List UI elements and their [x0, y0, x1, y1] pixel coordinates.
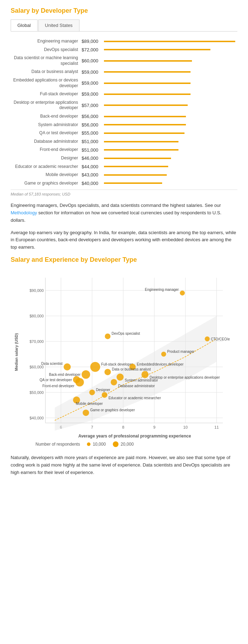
legend-label-20000: 20,000 — [121, 442, 134, 447]
legend-item-20000: 20,000 — [113, 441, 134, 447]
tab-united-states[interactable]: United States — [38, 19, 79, 31]
legend-item-10000: 10,000 — [87, 442, 106, 447]
section-title-1: Salary by Developer Type — [11, 7, 237, 15]
bar-value: $56,000 — [82, 114, 101, 119]
svg-text:$80,000: $80,000 — [29, 314, 44, 318]
bar-row: Desktop or enterprise applications devel… — [11, 100, 237, 111]
bar-value: $56,000 — [82, 122, 101, 128]
x-axis-label: Average years of professional programmin… — [32, 434, 237, 439]
bar-row: Educator or academic researcher$44,000 — [11, 164, 237, 170]
section-title-2: Salary and Experience by Developer Type — [11, 256, 237, 264]
description-3: Naturally, developers with more years of… — [11, 454, 237, 476]
svg-point-55 — [102, 392, 108, 398]
description-2: Average top earners vary by geography. I… — [11, 229, 237, 251]
bar-area: $55,000 — [82, 130, 237, 136]
svg-text:$50,000: $50,000 — [29, 390, 44, 395]
bar-fill — [104, 83, 191, 84]
svg-text:Front-end developer: Front-end developer — [42, 384, 75, 388]
bar-row: Designer$46,000 — [11, 156, 237, 161]
svg-point-25 — [180, 290, 185, 295]
bar-label: Database administrator — [11, 139, 82, 145]
bar-row: Full-stack developer$59,000 — [11, 91, 237, 97]
svg-text:Full-stack developer: Full-stack developer — [101, 362, 133, 366]
bar-fill — [104, 116, 186, 117]
bar-value: $60,000 — [82, 58, 101, 63]
bar-label: Engineering manager — [11, 39, 82, 44]
methodology-link[interactable]: Methodology — [11, 210, 37, 215]
svg-text:Embedded/devices developer: Embedded/devices developer — [137, 362, 184, 366]
bar-row: Data or business analyst$59,000 — [11, 69, 237, 75]
svg-text:Data or business analyst: Data or business analyst — [112, 367, 151, 371]
svg-point-41 — [82, 370, 90, 379]
bar-label: Game or graphics developer — [11, 181, 82, 186]
bar-fill — [104, 104, 188, 106]
bar-value: $59,000 — [82, 91, 101, 97]
bar-fill — [104, 49, 210, 50]
bar-row: QA or test developer$55,000 — [11, 130, 237, 136]
bar-fill — [104, 124, 186, 125]
scatter-plot: $40,000$50,000$60,000$70,000$80,000$90,0… — [21, 271, 230, 434]
svg-point-43 — [142, 371, 149, 378]
bar-label: Designer — [11, 156, 82, 161]
bar-value: $40,000 — [82, 181, 101, 186]
svg-point-53 — [89, 390, 95, 395]
bar-label: DevOps specialist — [11, 47, 82, 53]
bar-area: $72,000 — [82, 47, 237, 52]
bar-row: DevOps specialist$72,000 — [11, 47, 237, 53]
svg-text:8: 8 — [122, 425, 124, 429]
svg-text:11: 11 — [214, 425, 219, 429]
svg-text:CTO/CEO/etc: CTO/CEO/etc — [211, 337, 230, 341]
bar-row: Database administrator$51,000 — [11, 139, 237, 145]
bar-value: $57,000 — [82, 103, 101, 108]
svg-text:Product manager: Product manager — [167, 350, 194, 354]
bar-fill — [104, 158, 171, 159]
bar-area: $57,000 — [82, 103, 237, 108]
bar-label: QA or test developer — [11, 130, 82, 136]
svg-text:Engineering manager: Engineering manager — [145, 288, 179, 292]
legend-label-10000: 10,000 — [93, 442, 106, 447]
bar-area: $56,000 — [82, 122, 237, 128]
bar-value: $72,000 — [82, 47, 101, 52]
svg-point-29 — [205, 337, 210, 341]
bar-value: $51,000 — [82, 139, 101, 144]
bar-fill — [104, 149, 178, 151]
legend: Number of respondents 10,000 20,000 — [35, 441, 237, 447]
bar-area: $56,000 — [82, 114, 237, 119]
svg-text:Designer: Designer — [96, 388, 111, 392]
bar-value: $89,000 — [82, 39, 101, 44]
svg-point-49 — [75, 378, 84, 386]
bar-label: Embedded applications or devices develop… — [11, 78, 82, 89]
bar-fill — [104, 174, 167, 176]
bar-value: $51,000 — [82, 147, 101, 153]
svg-text:7: 7 — [91, 425, 93, 429]
bar-fill — [104, 71, 191, 73]
svg-point-39 — [104, 369, 111, 375]
svg-point-45 — [117, 374, 124, 381]
bar-fill — [104, 166, 168, 167]
svg-text:10: 10 — [183, 425, 188, 429]
bar-area: $43,000 — [82, 172, 237, 177]
bar-area: $46,000 — [82, 156, 237, 161]
svg-text:System administrator: System administrator — [125, 378, 159, 382]
bar-row: Game or graphics developer$40,000 — [11, 181, 237, 186]
svg-text:QA or test developer: QA or test developer — [40, 378, 72, 382]
bar-row: Front-end developer$51,000 — [11, 147, 237, 153]
bar-label: System administrator — [11, 122, 82, 128]
svg-point-33 — [64, 363, 71, 371]
legend-circle-10k — [87, 442, 90, 446]
bar-area: $40,000 — [82, 181, 237, 186]
bar-value: $44,000 — [82, 164, 101, 169]
tab-global[interactable]: Global — [11, 19, 38, 31]
footnote: Median of 57,183 responses; USD — [11, 190, 237, 196]
svg-text:Data scientist: Data scientist — [41, 362, 62, 366]
bar-label: Mobile developer — [11, 172, 82, 178]
bar-fill — [104, 94, 191, 95]
y-axis-label: Median salary (USD) — [14, 285, 18, 419]
legend-circle-20k — [113, 441, 119, 447]
svg-point-35 — [90, 362, 100, 372]
bar-value: $59,000 — [82, 80, 101, 86]
bar-label: Back-end developer — [11, 114, 82, 119]
bar-value: $55,000 — [82, 130, 101, 136]
bar-area: $59,000 — [82, 91, 237, 97]
bar-label: Data or business analyst — [11, 69, 82, 75]
